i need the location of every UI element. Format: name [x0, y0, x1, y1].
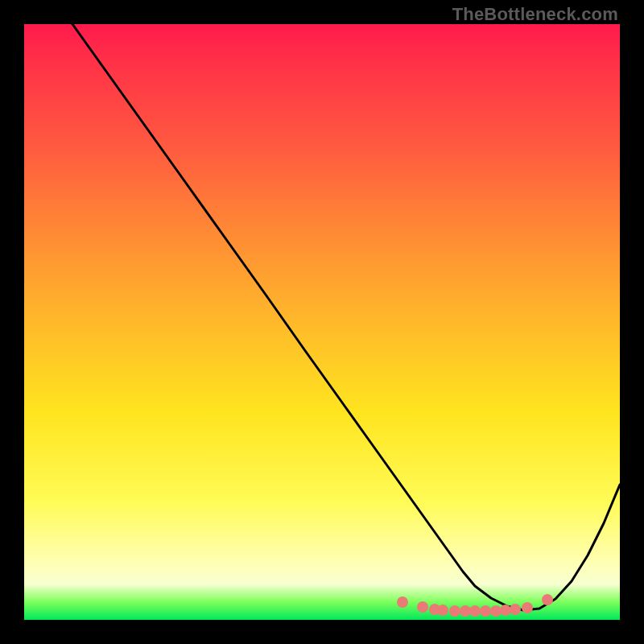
pink-dot [417, 601, 428, 613]
plot-area [24, 24, 620, 620]
pink-dot [500, 605, 511, 616]
pink-dot [469, 605, 481, 617]
curve-layer [24, 24, 620, 620]
pink-dot [397, 597, 408, 608]
pink-dot [429, 604, 440, 615]
pink-dot [460, 605, 471, 617]
pink-dot [490, 605, 502, 617]
chart-frame: TheBottleneck.com [0, 0, 644, 644]
pink-dot [542, 594, 553, 605]
watermark-text: TheBottleneck.com [452, 4, 618, 25]
pink-dot [522, 602, 533, 613]
pink-dot [510, 604, 521, 615]
pink-dot [437, 605, 448, 616]
bottleneck-curve [72, 24, 620, 610]
pink-dot [449, 605, 460, 617]
pink-dot [480, 605, 491, 617]
